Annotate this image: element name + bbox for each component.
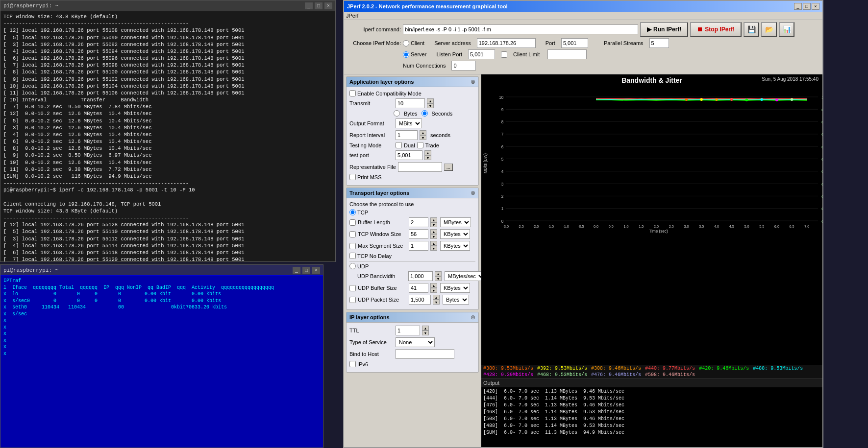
udp-buffer-input[interactable] xyxy=(409,283,428,293)
bytes-radio[interactable] xyxy=(394,110,400,117)
udp-bw-up[interactable]: ▲ xyxy=(435,271,442,276)
terminal-top-content: TCP window size: 43.8 KByte (default) --… xyxy=(0,11,335,261)
udp-packet-down[interactable]: ▼ xyxy=(433,300,440,305)
client-limit-input[interactable] xyxy=(547,49,587,59)
test-port-input[interactable] xyxy=(396,150,422,160)
protocol-divider xyxy=(349,261,475,261)
test-port-up[interactable]: ▲ xyxy=(424,150,431,155)
client-limit-checkbox[interactable] xyxy=(501,51,507,58)
svg-text:0.8: 0.8 xyxy=(821,120,822,124)
udp-radio[interactable] xyxy=(349,263,356,269)
tcp-window-checkbox[interactable] xyxy=(349,231,356,237)
num-connections-input[interactable] xyxy=(451,61,476,71)
tcp-window-unit-select[interactable]: KBytes xyxy=(440,229,470,239)
tcp-nodelay-checkbox[interactable] xyxy=(349,253,356,259)
compat-mode-checkbox[interactable] xyxy=(349,90,356,96)
print-mss-row: Print MSS xyxy=(349,174,475,180)
svg-text:0.1: 0.1 xyxy=(821,207,822,211)
jperf-close[interactable]: × xyxy=(812,3,819,10)
server-radio[interactable] xyxy=(403,51,409,58)
app-layer-close[interactable]: ⊗ xyxy=(471,78,475,85)
udp-packet-input[interactable] xyxy=(409,295,431,305)
run-button[interactable]: ▶ Run IPerf! xyxy=(640,22,688,37)
max-segment-down[interactable]: ▼ xyxy=(430,246,437,251)
save-button[interactable]: 💾 xyxy=(744,22,759,37)
rep-file-label: Representative File xyxy=(349,164,396,170)
buffer-length-checkbox[interactable] xyxy=(349,219,356,226)
report-down[interactable]: ▼ xyxy=(420,135,426,140)
port-input[interactable] xyxy=(561,38,588,48)
ttl-down[interactable]: ▼ xyxy=(422,330,429,335)
tcp-window-down[interactable]: ▼ xyxy=(430,234,437,239)
seconds-radio[interactable] xyxy=(422,110,428,117)
udp-packet-unit-select[interactable]: Bytes xyxy=(443,295,469,305)
print-mss-checkbox[interactable] xyxy=(349,174,356,180)
max-segment-checkbox[interactable] xyxy=(349,243,356,249)
output-format-select[interactable]: MBits xyxy=(396,118,422,128)
udp-buffer-checkbox[interactable] xyxy=(349,285,356,291)
udp-bw-down[interactable]: ▼ xyxy=(435,276,442,281)
udp-bw-unit-select[interactable]: MBytes/sec xyxy=(445,271,481,281)
ttl-spinners: ▲ ▼ xyxy=(422,326,429,335)
parallel-streams-input[interactable] xyxy=(649,38,669,48)
transmit-input[interactable] xyxy=(396,98,425,108)
terminal-bottom-close[interactable]: × xyxy=(312,267,320,274)
transmit-down[interactable]: ▼ xyxy=(427,103,434,108)
buffer-up[interactable]: ▲ xyxy=(430,217,437,222)
svg-point-60 xyxy=(730,98,733,101)
jperf-maximize[interactable]: □ xyxy=(803,3,811,10)
ttl-up[interactable]: ▲ xyxy=(422,326,429,330)
udp-buffer-spinners: ▲ ▼ xyxy=(430,283,437,293)
load-button[interactable]: 📂 xyxy=(761,22,777,37)
ttl-input[interactable] xyxy=(396,326,420,335)
max-segment-unit-select[interactable]: KBytes xyxy=(440,241,470,251)
tcp-window-up[interactable]: ▲ xyxy=(430,229,437,234)
max-segment-input[interactable] xyxy=(409,241,428,251)
terminal-top-maximize[interactable]: □ xyxy=(315,2,322,9)
transmit-up[interactable]: ▲ xyxy=(427,98,434,103)
report-interval-input[interactable] xyxy=(396,130,418,140)
tos-select[interactable]: None xyxy=(396,337,435,347)
tcp-radio[interactable] xyxy=(349,209,356,215)
udp-buffer-unit-select[interactable]: KBytes xyxy=(440,283,470,293)
client-label: Client xyxy=(411,40,424,46)
stop-icon: ⏹ xyxy=(697,26,703,33)
dual-checkbox[interactable] xyxy=(396,142,402,148)
terminal-top-close[interactable]: × xyxy=(324,2,332,9)
udp-buffer-up[interactable]: ▲ xyxy=(430,283,437,288)
server-address-input[interactable] xyxy=(477,38,536,48)
trade-checkbox[interactable] xyxy=(417,142,423,148)
jperf-menu-item[interactable]: JPerf xyxy=(346,13,359,19)
export-button[interactable]: 📊 xyxy=(779,22,794,37)
stop-button[interactable]: ⏹ Stop IPerf! xyxy=(690,22,742,37)
listen-port-input[interactable] xyxy=(468,49,495,59)
ipv6-checkbox[interactable] xyxy=(349,361,356,367)
test-port-down[interactable]: ▼ xyxy=(424,155,431,160)
rep-file-input[interactable] xyxy=(398,162,442,172)
bind-host-input[interactable] xyxy=(396,349,454,359)
max-segment-up[interactable]: ▲ xyxy=(430,241,437,246)
buffer-down[interactable]: ▼ xyxy=(430,222,437,227)
svg-text:0.7: 0.7 xyxy=(821,132,822,137)
svg-point-62 xyxy=(760,98,763,101)
udp-bandwidth-label: UDP Bandwidth xyxy=(357,273,406,279)
report-up[interactable]: ▲ xyxy=(420,130,426,135)
transport-layer-close[interactable]: ⊗ xyxy=(471,189,475,196)
browse-button[interactable]: ... xyxy=(444,164,453,171)
buffer-length-input[interactable] xyxy=(409,217,428,227)
iperf-command-input[interactable] xyxy=(403,24,638,34)
terminal-bottom-maximize[interactable]: □ xyxy=(302,267,310,274)
udp-buffer-down[interactable]: ▼ xyxy=(430,288,437,293)
client-radio[interactable] xyxy=(403,40,409,47)
udp-bandwidth-input[interactable] xyxy=(408,271,433,281)
terminal-bottom-minimize[interactable]: _ xyxy=(293,267,300,274)
buffer-unit-select[interactable]: MBytes xyxy=(440,217,471,227)
svg-text:6.5: 6.5 xyxy=(790,224,794,229)
ip-layer-close[interactable]: ⊗ xyxy=(471,314,475,321)
udp-packet-checkbox[interactable] xyxy=(349,297,356,303)
tcp-window-input[interactable] xyxy=(409,229,428,239)
server-label: Server xyxy=(411,51,426,57)
udp-packet-up[interactable]: ▲ xyxy=(433,295,440,300)
terminal-top-minimize[interactable]: _ xyxy=(305,2,313,9)
jperf-minimize[interactable]: _ xyxy=(794,3,802,10)
